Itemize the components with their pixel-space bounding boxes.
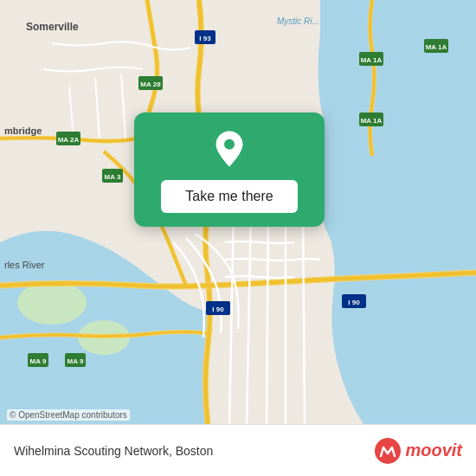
svg-text:MA 3: MA 3 (105, 173, 121, 181)
svg-text:I 93: I 93 (199, 35, 211, 42)
svg-point-1 (17, 281, 87, 325)
action-card: Take me there (134, 113, 325, 227)
svg-point-32 (375, 438, 401, 464)
svg-text:MA 1A: MA 1A (361, 56, 383, 64)
moovit-app-icon (374, 437, 402, 465)
svg-text:Mystic Ri...: Mystic Ri... (277, 16, 319, 26)
svg-text:MA 1A: MA 1A (361, 117, 383, 125)
moovit-brand-text: moovit (405, 441, 462, 460)
svg-text:mbridge: mbridge (4, 125, 42, 136)
location-pin-icon (209, 128, 250, 170)
svg-text:MA 1A: MA 1A (426, 43, 447, 51)
app-title: Wihelmina Scouting Network, Boston (14, 444, 213, 458)
svg-text:I 90: I 90 (348, 299, 360, 306)
svg-text:MA 9: MA 9 (68, 357, 84, 365)
map-container: I 93 MA 28 MA 2A MA 3 MA 9 MA 9 I 90 I 9… (0, 0, 476, 424)
svg-text:I 90: I 90 (212, 306, 224, 313)
take-me-there-button[interactable]: Take me there (161, 180, 297, 213)
svg-text:rles River: rles River (4, 260, 45, 270)
osm-credit: © OpenStreetMap contributors (7, 409, 130, 421)
svg-point-31 (224, 139, 235, 150)
svg-text:Somerville: Somerville (26, 21, 79, 33)
moovit-logo: moovit (374, 437, 462, 465)
svg-text:MA 28: MA 28 (140, 80, 161, 88)
svg-text:MA 9: MA 9 (30, 357, 47, 365)
bottom-bar: Wihelmina Scouting Network, Boston moovi… (0, 424, 476, 476)
svg-text:MA 2A: MA 2A (58, 136, 80, 144)
